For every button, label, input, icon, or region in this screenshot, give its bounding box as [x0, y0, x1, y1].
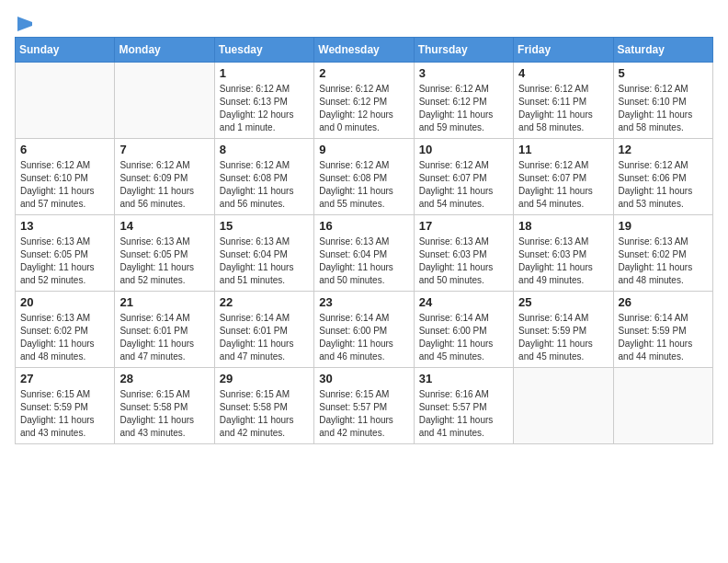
- day-number: 10: [419, 143, 508, 156]
- header-wednesday: Wednesday: [314, 38, 414, 63]
- day-number: 8: [220, 143, 309, 156]
- calendar-week-2: 6Sunrise: 6:12 AMSunset: 6:10 PMDaylight…: [16, 139, 713, 215]
- day-info: Sunrise: 6:13 AMSunset: 6:03 PMDaylight:…: [518, 236, 608, 287]
- day-info: Sunrise: 6:12 AMSunset: 6:12 PMDaylight:…: [319, 83, 408, 134]
- calendar-header-row: SundayMondayTuesdayWednesdayThursdayFrid…: [16, 38, 713, 63]
- day-number: 4: [518, 66, 608, 80]
- calendar-cell: 30Sunrise: 6:15 AMSunset: 5:57 PMDayligh…: [314, 368, 414, 444]
- day-info: Sunrise: 6:13 AMSunset: 6:02 PMDaylight:…: [20, 312, 109, 363]
- calendar-cell: 2Sunrise: 6:12 AMSunset: 6:12 PMDaylight…: [314, 63, 414, 139]
- day-info: Sunrise: 6:12 AMSunset: 6:13 PMDaylight:…: [220, 83, 309, 134]
- calendar-cell: 20Sunrise: 6:13 AMSunset: 6:02 PMDayligh…: [16, 292, 115, 368]
- day-number: 11: [518, 143, 608, 156]
- calendar-cell: 11Sunrise: 6:12 AMSunset: 6:07 PMDayligh…: [514, 139, 613, 215]
- day-number: 18: [518, 219, 608, 233]
- calendar-cell: 13Sunrise: 6:13 AMSunset: 6:05 PMDayligh…: [16, 215, 115, 292]
- calendar-week-4: 20Sunrise: 6:13 AMSunset: 6:02 PMDayligh…: [16, 292, 713, 368]
- logo: [15, 15, 34, 29]
- day-number: 12: [619, 143, 708, 156]
- page-header: [15, 15, 713, 29]
- day-info: Sunrise: 6:12 AMSunset: 6:10 PMDaylight:…: [20, 159, 109, 211]
- calendar-cell: 19Sunrise: 6:13 AMSunset: 6:02 PMDayligh…: [613, 215, 712, 292]
- calendar-cell: 25Sunrise: 6:14 AMSunset: 5:59 PMDayligh…: [514, 292, 613, 368]
- calendar-cell: 18Sunrise: 6:13 AMSunset: 6:03 PMDayligh…: [514, 215, 613, 292]
- calendar-cell: 3Sunrise: 6:12 AMSunset: 6:12 PMDaylight…: [414, 63, 513, 139]
- calendar-week-1: 1Sunrise: 6:12 AMSunset: 6:13 PMDaylight…: [16, 63, 713, 139]
- day-info: Sunrise: 6:14 AMSunset: 6:00 PMDaylight:…: [419, 312, 508, 363]
- day-number: 16: [319, 219, 408, 233]
- day-info: Sunrise: 6:13 AMSunset: 6:05 PMDaylight:…: [20, 236, 109, 287]
- day-info: Sunrise: 6:13 AMSunset: 6:05 PMDaylight:…: [119, 236, 209, 287]
- calendar-table: SundayMondayTuesdayWednesdayThursdayFrid…: [15, 37, 713, 444]
- day-number: 31: [419, 372, 508, 385]
- header-monday: Monday: [115, 38, 214, 63]
- day-info: Sunrise: 6:14 AMSunset: 6:00 PMDaylight:…: [319, 312, 408, 363]
- day-number: 30: [319, 372, 408, 385]
- day-number: 1: [220, 66, 309, 80]
- day-info: Sunrise: 6:15 AMSunset: 5:58 PMDaylight:…: [119, 388, 209, 440]
- calendar-cell: [115, 63, 214, 139]
- day-info: Sunrise: 6:12 AMSunset: 6:11 PMDaylight:…: [518, 83, 608, 134]
- calendar-cell: 5Sunrise: 6:12 AMSunset: 6:10 PMDaylight…: [613, 63, 712, 139]
- day-info: Sunrise: 6:12 AMSunset: 6:08 PMDaylight:…: [220, 159, 309, 211]
- day-number: 28: [119, 372, 209, 385]
- day-number: 23: [319, 295, 408, 309]
- day-number: 5: [619, 66, 708, 80]
- calendar-cell: 27Sunrise: 6:15 AMSunset: 5:59 PMDayligh…: [16, 368, 115, 444]
- day-info: Sunrise: 6:15 AMSunset: 5:59 PMDaylight:…: [20, 388, 109, 440]
- day-info: Sunrise: 6:12 AMSunset: 6:07 PMDaylight:…: [518, 159, 608, 211]
- calendar-cell: 24Sunrise: 6:14 AMSunset: 6:00 PMDayligh…: [414, 292, 513, 368]
- day-number: 27: [20, 372, 109, 385]
- day-number: 6: [20, 143, 109, 156]
- day-number: 19: [619, 219, 708, 233]
- calendar-cell: [613, 368, 712, 444]
- day-info: Sunrise: 6:15 AMSunset: 5:58 PMDaylight:…: [220, 388, 309, 440]
- day-info: Sunrise: 6:13 AMSunset: 6:04 PMDaylight:…: [220, 236, 309, 287]
- day-number: 14: [119, 219, 209, 233]
- day-info: Sunrise: 6:15 AMSunset: 5:57 PMDaylight:…: [319, 388, 408, 440]
- day-info: Sunrise: 6:12 AMSunset: 6:08 PMDaylight:…: [319, 159, 408, 211]
- day-number: 24: [419, 295, 508, 309]
- calendar-cell: 16Sunrise: 6:13 AMSunset: 6:04 PMDayligh…: [314, 215, 414, 292]
- day-info: Sunrise: 6:13 AMSunset: 6:02 PMDaylight:…: [619, 236, 708, 287]
- header-saturday: Saturday: [613, 38, 712, 63]
- header-tuesday: Tuesday: [214, 38, 313, 63]
- day-number: 9: [319, 143, 408, 156]
- day-number: 2: [319, 66, 408, 80]
- calendar-cell: 26Sunrise: 6:14 AMSunset: 5:59 PMDayligh…: [613, 292, 712, 368]
- calendar-cell: 6Sunrise: 6:12 AMSunset: 6:10 PMDaylight…: [16, 139, 115, 215]
- calendar-cell: 22Sunrise: 6:14 AMSunset: 6:01 PMDayligh…: [214, 292, 313, 368]
- day-number: 26: [619, 295, 708, 309]
- day-info: Sunrise: 6:14 AMSunset: 5:59 PMDaylight:…: [619, 312, 708, 363]
- calendar-cell: 7Sunrise: 6:12 AMSunset: 6:09 PMDaylight…: [115, 139, 214, 215]
- calendar-cell: 28Sunrise: 6:15 AMSunset: 5:58 PMDayligh…: [115, 368, 214, 444]
- day-info: Sunrise: 6:13 AMSunset: 6:03 PMDaylight:…: [419, 236, 508, 287]
- calendar-cell: [514, 368, 613, 444]
- day-number: 7: [119, 143, 209, 156]
- day-info: Sunrise: 6:12 AMSunset: 6:09 PMDaylight:…: [119, 159, 209, 211]
- day-info: Sunrise: 6:14 AMSunset: 6:01 PMDaylight:…: [220, 312, 309, 363]
- calendar-cell: 8Sunrise: 6:12 AMSunset: 6:08 PMDaylight…: [214, 139, 313, 215]
- day-info: Sunrise: 6:13 AMSunset: 6:04 PMDaylight:…: [319, 236, 408, 287]
- day-info: Sunrise: 6:14 AMSunset: 6:01 PMDaylight:…: [119, 312, 209, 363]
- day-number: 20: [20, 295, 109, 309]
- day-number: 15: [220, 219, 309, 233]
- day-number: 17: [419, 219, 508, 233]
- calendar-cell: [16, 63, 115, 139]
- calendar-cell: 14Sunrise: 6:13 AMSunset: 6:05 PMDayligh…: [115, 215, 214, 292]
- day-info: Sunrise: 6:12 AMSunset: 6:06 PMDaylight:…: [619, 159, 708, 211]
- calendar-cell: 10Sunrise: 6:12 AMSunset: 6:07 PMDayligh…: [414, 139, 513, 215]
- calendar-week-5: 27Sunrise: 6:15 AMSunset: 5:59 PMDayligh…: [16, 368, 713, 444]
- calendar-cell: 29Sunrise: 6:15 AMSunset: 5:58 PMDayligh…: [214, 368, 313, 444]
- logo-icon: [16, 15, 34, 33]
- day-info: Sunrise: 6:14 AMSunset: 5:59 PMDaylight:…: [518, 312, 608, 363]
- day-info: Sunrise: 6:12 AMSunset: 6:10 PMDaylight:…: [619, 83, 708, 134]
- calendar-cell: 31Sunrise: 6:16 AMSunset: 5:57 PMDayligh…: [414, 368, 513, 444]
- svg-marker-0: [17, 17, 32, 31]
- calendar-cell: 4Sunrise: 6:12 AMSunset: 6:11 PMDaylight…: [514, 63, 613, 139]
- day-number: 22: [220, 295, 309, 309]
- calendar-cell: 12Sunrise: 6:12 AMSunset: 6:06 PMDayligh…: [613, 139, 712, 215]
- calendar-cell: 17Sunrise: 6:13 AMSunset: 6:03 PMDayligh…: [414, 215, 513, 292]
- day-number: 25: [518, 295, 608, 309]
- calendar-cell: 23Sunrise: 6:14 AMSunset: 6:00 PMDayligh…: [314, 292, 414, 368]
